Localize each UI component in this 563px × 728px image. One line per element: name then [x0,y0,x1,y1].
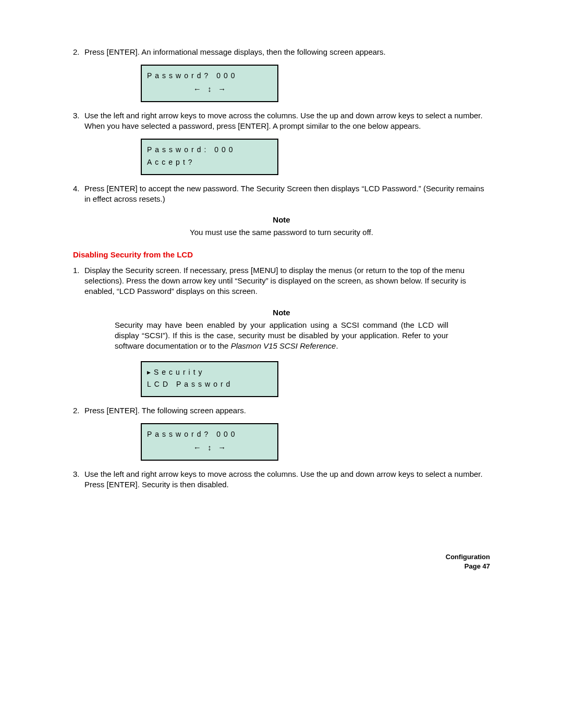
lcd-line: ▸Security [147,366,272,379]
step-num: 3. [73,469,84,490]
step-a3: 3. Use the left and right arrow keys to … [73,110,490,132]
step-text: Use the left and right arrow keys to mov… [84,469,490,490]
step-text: Use the left and right arrow keys to mov… [84,110,490,132]
lcd-screen-1: Password? 000 ← ↕ → [141,65,278,102]
step-a4: 4. Press [ENTER] to accept the new passw… [73,183,490,205]
lcd-arrows: ← ↕ → [147,441,272,454]
footer-page: Page 47 [73,562,490,571]
lcd-line: LCD Password [147,378,272,391]
step-num: 2. [73,47,84,57]
lcd-screen-3: ▸Security LCD Password [141,361,278,398]
lcd-screen-2: Password: 000 Accept? [141,139,278,175]
step-num: 4. [73,183,84,205]
lcd-line: Password? 000 [147,70,272,82]
note-text: . [336,341,338,350]
page-footer: Configuration Page 47 [73,552,490,571]
note-heading: Note [73,215,490,225]
lcd-line: Accept? [147,156,272,169]
note-heading: Note [73,307,490,318]
lcd-arrows: ← ↕ → [147,82,272,96]
step-num: 2. [73,405,84,416]
lcd-line: Password? 000 [147,428,272,441]
step-text: Press [ENTER] to accept the new password… [84,183,490,205]
step-num: 3. [73,110,84,132]
step-text: Display the Security screen. If necessar… [84,265,490,297]
note-body: Security may have been enabled by your a… [115,320,448,352]
step-b2: 2. Press [ENTER]. The following screen a… [73,405,490,416]
footer-section: Configuration [73,552,490,562]
lcd-screen-4: Password? 000 ← ↕ → [141,423,278,460]
section-heading: Disabling Security from the LCD [73,250,490,260]
step-b3: 3. Use the left and right arrow keys to … [73,469,490,490]
note-body: You must use the same password to turn s… [73,227,490,238]
step-num: 1. [73,265,84,297]
step-text: Press [ENTER]. An informational message … [84,47,490,57]
lcd-line: Password: 000 [147,144,272,156]
step-b1: 1. Display the Security screen. If neces… [73,265,490,297]
note-italic: Plasmon V15 SCSI Reference [231,341,336,350]
step-a2: 2. Press [ENTER]. An informational messa… [73,47,490,57]
step-text: Press [ENTER]. The following screen appe… [84,405,490,416]
